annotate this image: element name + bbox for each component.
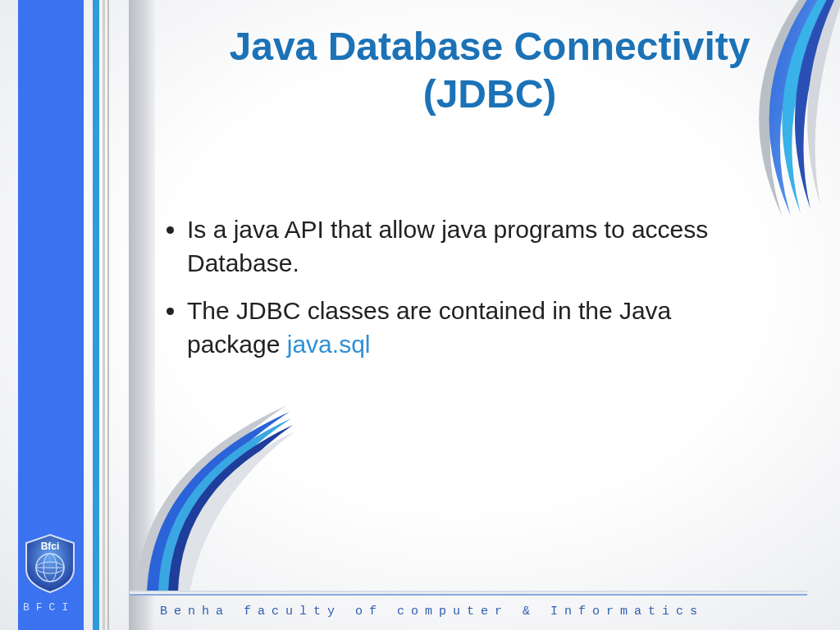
bullet-list: Is a java API that allow java programs t… [164, 213, 738, 376]
accent-stripe-3 [107, 0, 109, 630]
slide: Java Database Connectivity (JDBC) Is a j… [0, 0, 840, 630]
bullet-item: Is a java API that allow java programs t… [187, 213, 738, 280]
decorative-swoosh-bottom [135, 404, 308, 592]
accent-stripe-1 [93, 0, 99, 630]
logo-text: Bfci [41, 541, 60, 552]
bullet-text: The JDBC classes are contained in the Ja… [187, 297, 671, 358]
bullet-item: The JDBC classes are contained in the Ja… [187, 294, 738, 361]
sidebar-label: BFCI [23, 601, 75, 614]
faculty-logo-icon: Bfci [20, 533, 80, 594]
gray-column [129, 0, 155, 630]
footer-divider [130, 592, 807, 596]
footer-text: Benha faculty of computer & Informatics [160, 605, 704, 619]
slide-title: Java Database Connectivity (JDBC) [172, 23, 807, 117]
bullet-text: Is a java API that allow java programs t… [187, 216, 708, 276]
accent-stripe-2 [103, 0, 105, 630]
bullet-highlight: java.sql [287, 331, 371, 358]
